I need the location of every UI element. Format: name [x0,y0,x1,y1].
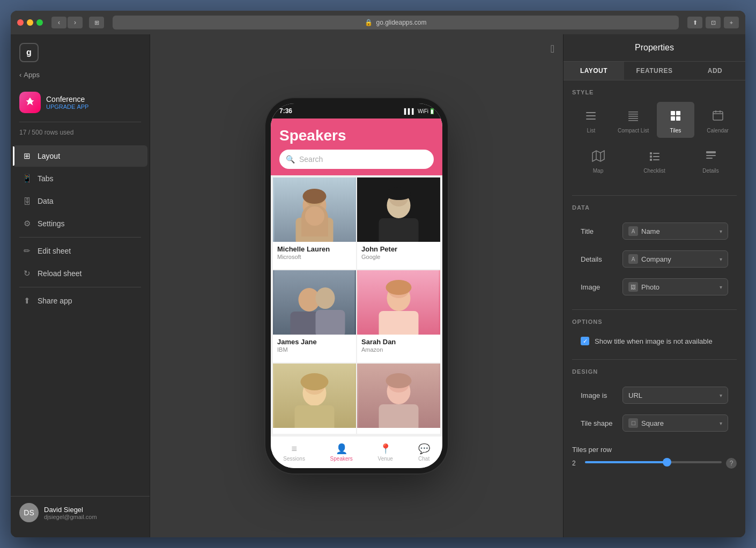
phone-preview-area:  7:36 ▌▌▌ WiFi ▮ Speakers 🔍 [150,34,563,537]
style-option-list[interactable]: List [572,102,610,138]
tab-layout[interactable]: LAYOUT [564,62,624,80]
sidebar: g ‹ Apps Conference UPGRADE APP [11,34,150,537]
style-option-tiles[interactable]: Tiles [657,102,695,138]
tile-shape-dropdown[interactable]: ☐ Square ▾ [622,414,728,432]
slider-track [585,461,722,463]
share-button[interactable]: ⬆ [687,17,702,28]
list-item[interactable]: John Peter Google [357,177,440,269]
style-option-details[interactable]: Details [685,142,737,178]
back-button[interactable]: ‹ [51,17,66,28]
speaker-photo-4 [357,270,440,335]
tab-features[interactable]: FEATURES [624,62,685,80]
slider-label-row: Tiles per row [572,446,737,454]
show-title-option: ✓ Show title when image is not available [572,331,737,351]
chat-icon: 💬 [418,443,430,455]
tile-shape-value: Square [641,419,664,427]
back-apps-link[interactable]: ‹ Apps [11,71,150,79]
image-is-dropdown[interactable]: URL ▾ [622,387,728,404]
add-tab-button[interactable]: + [724,17,739,28]
title-chevron-icon: ▾ [720,228,722,234]
signal-icon: ▌▌▌ [404,108,416,114]
sidebar-item-share-app[interactable]: ⬆ Share app [13,290,147,312]
app-label: APP [77,103,88,110]
speaker-company-4: Amazon [357,346,440,356]
tab-venue[interactable]: 📍 Venue [378,443,393,462]
phone-time: 7:36 [279,107,292,115]
speaker-photo-1 [273,177,356,242]
sidebar-toggle-button[interactable]: ⊞ [89,17,104,28]
tile-shape-chevron-icon: ▾ [720,420,722,426]
list-item[interactable] [357,364,440,434]
app-logo: g [19,43,39,62]
details-dropdown[interactable]: A Company ▾ [622,250,728,268]
style-option-calendar[interactable]: Calendar [699,102,737,138]
show-title-checkbox[interactable]: ✓ [581,337,589,345]
map-style-label: Map [593,168,603,174]
slider-thumb[interactable] [663,458,671,466]
phone-screen-title: Speakers [279,127,434,144]
tabs-label: Tabs [38,174,54,183]
svg-rect-3 [296,218,333,242]
divider-1 [19,122,141,122]
details-field-label: Details [581,255,618,263]
forward-button[interactable]: › [68,17,83,28]
list-style-label: List [587,128,596,134]
compact-list-style-icon [624,106,643,125]
details-value: Company [641,255,671,263]
title-field-label: Title [581,227,618,235]
svg-rect-31 [586,112,596,113]
title-type-icon: A [628,226,638,236]
tab-sessions[interactable]: ≡ Sessions [283,443,305,462]
tab-add[interactable]: ADD [685,62,745,80]
svg-rect-32 [586,115,596,116]
tab-speakers[interactable]: 👤 Speakers [330,443,353,462]
calendar-style-icon [708,106,728,125]
style-option-compact-list[interactable]: Compact List [614,102,653,138]
compact-list-style-label: Compact List [618,128,649,134]
sidebar-item-reload-sheet[interactable]: ↻ Reload sheet [13,263,147,284]
svg-rect-39 [671,111,675,115]
tab-chat[interactable]: 💬 Chat [418,443,430,462]
user-name: David Siegel [44,506,97,514]
app-item: Conference UPGRADE APP [11,87,150,117]
minimize-button[interactable] [27,19,33,26]
sidebar-item-layout[interactable]: ⊞ Layout [13,145,147,167]
data-section: DATA Title A Name ▾ Details [564,196,745,309]
sidebar-item-settings[interactable]: ⚙ Settings [13,213,147,234]
sidebar-item-data[interactable]: 🗄 Data [13,190,147,212]
reading-mode-button[interactable]: ⊡ [706,17,721,28]
image-dropdown[interactable]: 🖼 Photo ▾ [622,278,728,295]
close-button[interactable] [17,19,24,26]
data-label: Data [38,197,54,205]
url-bar[interactable]: 🔒 go.glideapps.com [113,16,679,29]
slider-track-container[interactable] [585,458,722,469]
search-icon: 🔍 [286,155,295,164]
maximize-button[interactable] [36,19,43,26]
help-button[interactable]: ? [726,458,737,469]
svg-rect-33 [586,119,596,120]
list-item[interactable]: Michelle Lauren Microsoft [273,177,356,269]
phone-search-bar[interactable]: 🔍 Search [279,150,434,169]
user-info: David Siegel djsiegel@gmail.com [44,506,97,520]
sidebar-item-tabs[interactable]: 📱 Tabs [13,168,147,189]
chevron-left-icon: ‹ [19,71,21,79]
layout-icon: ⊞ [21,151,32,161]
title-dropdown[interactable]: A Name ▾ [622,223,728,240]
svg-rect-55 [653,159,659,160]
upgrade-link[interactable]: UPGRADE APP [46,103,88,110]
speaker-photo-6 [357,364,440,428]
panel-tabs: LAYOUT FEATURES ADD [564,62,745,80]
style-option-checklist[interactable]: Checklist [628,142,680,178]
traffic-lights [17,19,43,26]
speaker-name-3: James Jane [273,335,356,346]
list-item[interactable]: Sarah Dan Amazon [357,270,440,362]
list-item[interactable] [273,364,356,434]
svg-rect-51 [653,153,659,154]
image-dropdown-left: 🖼 Photo [628,282,659,292]
svg-rect-34 [628,112,638,113]
list-item[interactable]: James Jane IBM [273,270,356,362]
style-options-row1: List Compact List [572,102,737,138]
style-option-map[interactable]: Map [572,142,624,178]
user-profile[interactable]: DS David Siegel djsiegel@gmail.com [11,496,150,529]
sidebar-item-edit-sheet[interactable]: ✏ Edit sheet [13,240,147,262]
